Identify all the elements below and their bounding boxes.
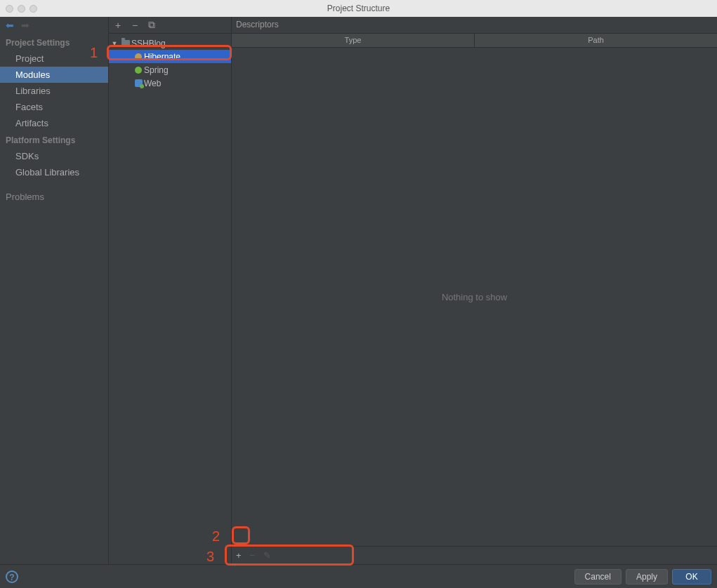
tree-label: Hibernate	[144, 52, 180, 62]
nav-item-libraries[interactable]: Libraries	[0, 83, 108, 99]
nav-item-problems[interactable]: Problems	[0, 189, 108, 205]
descriptors-header: Type Path	[232, 34, 717, 48]
nav-item-artifacts[interactable]: Artifacts	[0, 115, 108, 131]
titlebar: Project Structure	[0, 0, 717, 17]
spring-icon	[135, 67, 142, 74]
module-tree[interactable]: ▼ SSHBlog Hibernate Spring Web	[109, 34, 231, 90]
tree-node-hibernate[interactable]: Hibernate	[109, 50, 231, 63]
col-path[interactable]: Path	[475, 34, 717, 47]
tree-label: Spring	[144, 65, 169, 75]
window-title: Project Structure	[0, 4, 717, 13]
forward-icon[interactable]: ➡	[21, 20, 29, 31]
copy-icon[interactable]: ⧉	[147, 19, 157, 31]
edit-descriptor-icon[interactable]: ✎	[263, 550, 271, 561]
nav-item-sdks[interactable]: SDKs	[0, 148, 108, 164]
back-icon[interactable]: ⬅	[6, 20, 14, 31]
web-icon	[135, 79, 143, 87]
tree-node-web[interactable]: Web	[109, 76, 231, 90]
remove-descriptor-icon[interactable]: −	[250, 550, 256, 561]
descriptors-toolbar: + − ✎ 1 hibernate.cfg.xml	[232, 546, 717, 564]
zoom-icon[interactable]	[29, 5, 37, 13]
descriptors-label: Descriptors	[232, 17, 717, 34]
col-type[interactable]: Type	[232, 34, 475, 47]
close-icon[interactable]	[6, 5, 13, 13]
nav-item-facets[interactable]: Facets	[0, 99, 108, 115]
help-icon[interactable]: ?	[6, 570, 18, 583]
apply-button[interactable]: Apply	[626, 569, 668, 584]
nav-item-global-libraries[interactable]: Global Libraries	[0, 164, 108, 180]
empty-message: Nothing to show	[232, 48, 717, 546]
tree-toolbar: + − ⧉	[109, 17, 231, 34]
hibernate-icon	[135, 53, 142, 60]
cancel-button[interactable]: Cancel	[574, 569, 621, 584]
add-icon[interactable]: +	[113, 20, 123, 31]
ok-button[interactable]: OK	[672, 569, 711, 584]
minimize-icon[interactable]	[18, 5, 25, 13]
tree-node-spring[interactable]: Spring	[109, 63, 231, 76]
settings-nav: ⬅ ➡ Project Settings Project Modules Lib…	[0, 17, 109, 564]
remove-icon[interactable]: −	[130, 20, 140, 31]
window-controls[interactable]	[0, 5, 37, 13]
facet-editor: Descriptors Type Path Nothing to show + …	[232, 17, 717, 564]
tree-node-root[interactable]: ▼ SSHBlog	[109, 36, 231, 50]
folder-icon	[121, 40, 130, 47]
module-tree-panel: + − ⧉ ▼ SSHBlog Hibernate Spring	[109, 17, 232, 564]
tree-label: Web	[144, 79, 161, 88]
expand-icon[interactable]: ▼	[109, 40, 120, 47]
nav-section-project: Project Settings	[0, 34, 108, 51]
dialog-footer: ? Cancel Apply OK	[0, 564, 717, 588]
nav-item-project[interactable]: Project	[0, 51, 108, 67]
nav-section-platform: Platform Settings	[0, 131, 108, 148]
tree-label: SSHBlog	[131, 39, 166, 48]
add-descriptor-icon[interactable]: +	[236, 550, 242, 561]
nav-item-modules[interactable]: Modules	[0, 67, 108, 83]
